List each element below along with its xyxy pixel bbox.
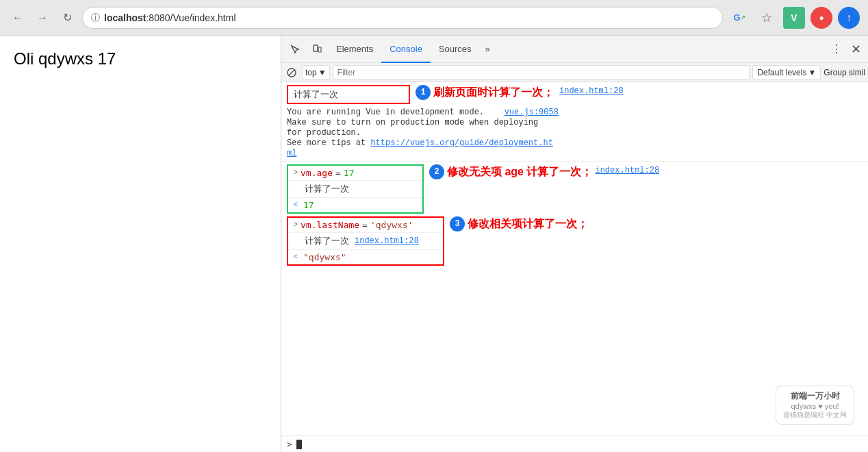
console-prompt: > [287,439,292,449]
annotation-text-3: 修改相关项计算了一次； [468,217,588,231]
annotation1-inline: 1 刷新页面时计算了一次； index.html:28 [410,85,863,100]
device-toggle-button[interactable] [306,38,328,60]
console-input-row: > [281,436,868,452]
clear-console-button[interactable] [284,65,299,80]
annotation2-area: > vm.age = 17 计算了一次 < 17 2 修改无关项 ag [281,162,868,214]
devtools-menu-button[interactable]: ⋮ [827,40,846,59]
svg-rect-0 [314,45,318,51]
log-vue-warning: You are running Vue in development mode.… [281,104,868,162]
watermark-line1: 前端一万小时 [783,390,847,402]
box-green-1: > vm.age = 17 计算了一次 < 17 [287,164,424,214]
back-button[interactable]: ← [8,8,27,27]
annotation-text-2: 修改无关项 age 计算了一次； [447,165,592,179]
default-levels-button[interactable]: Default levels ▼ [752,65,821,80]
annotation3-inline: 3 修改相关项计算了一次； [444,216,863,231]
log-vue-text: You are running Vue in development mode.… [287,107,863,158]
log-link-2[interactable]: index.html:28 [595,166,659,175]
main-area: Oli qdywxs 17 Elements Console Sources » [0,36,868,452]
devtools-close-button[interactable]: ✕ [846,40,865,59]
watermark: 前端一万小时 qdywxs ♥ you! @橘猫爱编程 中文网 [776,386,854,425]
log-text-calc1: 计算了一次 [294,88,338,101]
translate-button[interactable]: G↗ [728,7,750,29]
vm-age-calc-row: 计算了一次 [288,181,422,198]
more-tabs-button[interactable]: » [480,36,496,63]
box-red-2: > vm.lastName = 'qdywxs' 计算了一次 index.htm… [287,216,444,266]
annotation-text-1: 刷新页面时计算了一次； [433,86,554,100]
vue-link[interactable]: vue.js:9058 [505,108,559,117]
context-dropdown-arrow: ▼ [318,68,327,77]
vm-age-row: > vm.age = 17 [288,166,422,181]
console-log-area[interactable]: 计算了一次 1 刷新页面时计算了一次； index.html:28 You ar… [281,82,868,436]
vue-extension-icon[interactable]: V [783,7,805,29]
log-link-1[interactable]: index.html:28 [559,86,624,96]
annotation-badge-3: 3 [450,216,465,231]
reload-button[interactable]: ↻ [58,8,77,27]
annotation2-inline: 2 修改无关项 age 计算了一次； index.html:28 [424,164,863,179]
watermark-line2: qdywxs ♥ you! [783,402,847,410]
annotation3-area: > vm.lastName = 'qdywxs' 计算了一次 index.htm… [281,214,868,266]
annotation-badge-2: 2 [429,164,444,179]
vm-lastname-result-row: < "qdywxs" [288,250,443,264]
annotation-badge-1: 1 [416,85,431,100]
vm-lastname-row: > vm.lastName = 'qdywxs' [288,218,443,233]
svg-rect-1 [318,47,321,52]
box-red-1: 计算了一次 [287,85,410,104]
devtools-toolbar: top ▼ Default levels ▼ Group simil [281,63,868,82]
element-picker-button[interactable] [284,38,306,60]
expand-vm-age[interactable]: > [294,169,298,177]
filter-input[interactable] [333,65,750,80]
collapse-vm-age[interactable]: < [294,201,298,209]
secure-icon: ⓘ [91,12,100,24]
vm-lastname-calc-row: 计算了一次 index.html:28 [288,233,443,250]
browser-toolbar-icons: G↗ ☆ V ● ↑ [728,7,860,29]
bookmark-button[interactable]: ☆ [756,7,778,29]
context-selector[interactable]: top ▼ [302,65,330,80]
page-content: Oli qdywxs 17 [0,36,281,452]
extension-avatar1[interactable]: ● [810,7,832,29]
collapse-vm-lastname[interactable]: < [294,253,298,261]
page-title: Oli qdywxs 17 [14,49,116,68]
url-display: localhost:8080/Vue/index.html [104,12,714,23]
forward-button[interactable]: → [33,8,52,27]
vm-age-result-row: < 17 [288,198,422,212]
log-row-calc1: 计算了一次 [288,86,409,103]
address-bar[interactable]: ⓘ localhost:8080/Vue/index.html [82,7,723,29]
tab-elements[interactable]: Elements [328,36,381,63]
tab-sources[interactable]: Sources [431,36,480,63]
extension-avatar2[interactable]: ↑ [838,7,860,29]
log-link-3[interactable]: index.html:28 [355,236,419,246]
browser-chrome: ← → ↻ ⓘ localhost:8080/Vue/index.html G↗… [0,0,868,36]
svg-line-3 [289,70,294,75]
group-similar-label: Group simil [824,68,865,77]
console-cursor [296,440,302,449]
tab-console[interactable]: Console [381,36,431,63]
annotation1-area: 计算了一次 1 刷新页面时计算了一次； index.html:28 [281,82,868,104]
devtools-topbar: Elements Console Sources » ⋮ ✕ [281,36,868,63]
vuejs-deploy-link[interactable]: https://vuejs.org/guide/deployment.ht [370,138,552,148]
watermark-line3: @橘猫爱编程 中文网 [783,410,847,420]
expand-vm-lastname[interactable]: > [294,221,298,229]
